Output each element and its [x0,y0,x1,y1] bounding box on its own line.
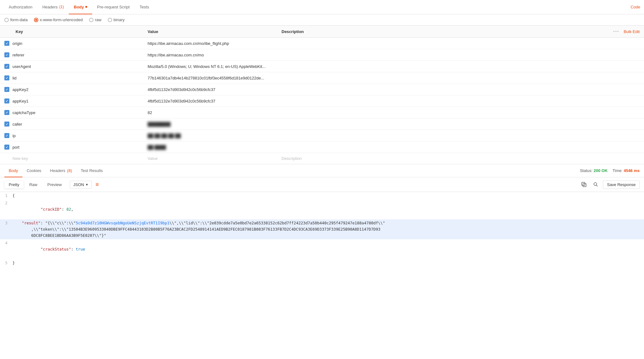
format-select[interactable]: JSON ▼ [70,181,92,189]
checkbox-ip[interactable] [4,133,9,138]
body-type-row: form-data x-www-form-urlencoded raw bina… [0,14,644,26]
params-table: Key Value Description ··· Bulk Edit orig… [0,26,644,164]
checkbox-caller[interactable] [4,122,9,127]
radio-raw[interactable]: raw [89,17,102,22]
checkbox-referer[interactable] [4,52,9,57]
code-panel: 1 { 2 "crackID": 82, 3 "result": "{\\"c\… [0,192,644,267]
time-value: 4546 ms [624,168,640,173]
view-mode-row: Pretty Raw Preview JSON ▼ ≡ Save Respons… [0,177,644,192]
response-panel: Body Cookies Headers (8) Test Results St… [0,164,644,267]
search-button[interactable] [591,180,600,189]
col-header-value: Value [143,26,277,38]
response-actions: Save Response [579,180,640,189]
checkbox-origin[interactable] [4,41,9,46]
view-preview-button[interactable]: Preview [43,181,66,189]
resp-tab-body[interactable]: Body [4,164,22,177]
chevron-down-icon: ▼ [85,183,88,186]
table-row: userAgent Mozilla/5.0 (Windows; U; Windo… [0,61,644,72]
copy-icon [581,182,586,187]
svg-line-3 [596,185,598,186]
code-line: 2 "crackID": 82, [0,199,644,219]
code-line: 4 "crackStatus": true [0,239,644,259]
response-tabs: Body Cookies Headers (8) Test Results St… [0,164,644,177]
tab-pre-request-script[interactable]: Pre-request Script [92,0,135,14]
table-row: captchaType 82 [0,107,644,118]
table-row: port ██ ████ [0,141,644,153]
checkbox-captchatype[interactable] [4,110,9,115]
checkbox-appkey2[interactable] [4,87,9,92]
table-row: referer https://ibe.airmacau.com.cn/mo [0,49,644,61]
view-pretty-button[interactable]: Pretty [4,181,24,189]
radio-urlencoded[interactable]: x-www-form-urlencoded [34,17,83,22]
resp-tab-headers[interactable]: Headers (8) [46,164,77,177]
view-raw-button[interactable]: Raw [25,181,42,189]
code-line: 1 { [0,192,644,199]
search-icon [593,182,598,187]
svg-point-2 [594,183,597,185]
checkbox-lid[interactable] [4,75,9,80]
save-response-button[interactable]: Save Response [603,180,640,189]
svg-rect-0 [583,184,586,187]
code-line-highlighted: 3 "result": "{\\"c\\":\\"5c94a9d7z10HGWv… [0,219,644,239]
top-tabs: Authorization Headers (1) Body Pre-reque… [0,0,644,14]
resp-tab-test-results[interactable]: Test Results [76,164,107,177]
tab-authorization[interactable]: Authorization [4,0,37,14]
table-row: appKey1 4fbf5d1132e7d903d942c0c56b9cfc37 [0,95,644,107]
copy-button[interactable] [579,180,589,189]
new-key-row[interactable]: New key Value Description [0,153,644,164]
checkbox-useragent[interactable] [4,64,9,69]
checkbox-port[interactable] [4,145,9,150]
checkbox-appkey1[interactable] [4,98,9,103]
table-row: ip ██ ██ ██ ██ ██ [0,130,644,141]
tab-tests[interactable]: Tests [135,0,154,14]
radio-form-data[interactable]: form-data [4,17,28,22]
wrap-lines-button[interactable]: ≡ [93,180,102,189]
radio-binary[interactable]: binary [108,17,125,22]
code-line: 5 } [0,259,644,267]
table-row: lid 77b146301a7db4e14b278810c01fbf3ec455… [0,72,644,84]
code-link[interactable]: Code [631,5,640,9]
tab-body[interactable]: Body [69,0,92,14]
svg-rect-1 [582,182,585,185]
response-status-bar: Status: 200 OK Time: 4546 ms [580,168,640,173]
col-header-description: Description ··· Bulk Edit [277,26,644,38]
status-value: 200 OK [594,168,608,173]
tab-headers[interactable]: Headers (1) [37,0,69,14]
table-row: appKey2 4fbf5d1132e7d903d942c0c56b9cfc37 [0,84,644,95]
result-link[interactable]: 5c94a9d7z10HGWvsqebNgoUeNSzjqEvtRT1I9bp1 [76,221,169,225]
bulk-edit-button[interactable]: Bulk Edit [624,29,640,34]
body-dot [85,6,87,8]
resp-tab-cookies[interactable]: Cookies [22,164,46,177]
table-row: caller ████████ [0,118,644,130]
col-header-key: Key [0,26,143,38]
table-row: origin https://ibe.airmacau.com.cn/mo/ib… [0,38,644,49]
more-options-icon[interactable]: ··· [613,29,619,34]
